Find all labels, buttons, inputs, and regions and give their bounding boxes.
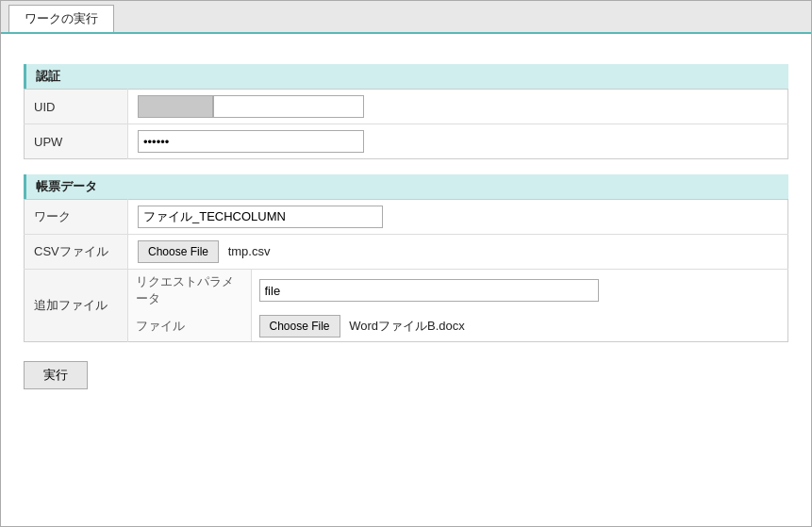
uid-input-container	[138, 95, 778, 118]
add-file-cell: リクエストパラメータ ファイル Choose File WordファイルB.do…	[128, 270, 788, 342]
param-sub-label: リクエストパラメータ	[128, 270, 251, 311]
work-label: ワーク	[25, 200, 128, 235]
auth-table: UID UPW	[24, 89, 788, 159]
add-file-row: 追加ファイル リクエストパラメータ ファイル Choose File	[25, 270, 788, 342]
uid-input[interactable]	[213, 95, 364, 118]
form-section-header: 帳票データ	[24, 174, 788, 199]
upw-input[interactable]	[138, 130, 364, 153]
csv-cell: Choose File tmp.csv	[128, 235, 788, 270]
work-row: ワーク	[25, 200, 788, 235]
uid-cell	[128, 90, 788, 124]
csv-choose-file-button[interactable]: Choose File	[138, 240, 219, 263]
auth-section-header: 認証	[24, 64, 788, 89]
file-cell: Choose File WordファイルB.docx	[251, 311, 787, 341]
add-file-name: WordファイルB.docx	[349, 319, 465, 333]
run-button[interactable]: 実行	[24, 361, 88, 389]
form-table: ワーク CSVファイル Choose File tmp.csv 追加ファイル	[24, 199, 788, 342]
uid-gray-block	[138, 95, 213, 118]
upw-row: UPW	[25, 124, 788, 159]
param-input[interactable]	[259, 279, 599, 302]
main-window: ワークの実行 認証 UID UPW 帳票データ	[0, 0, 812, 527]
uid-row: UID	[25, 90, 788, 124]
param-cell	[251, 270, 787, 311]
csv-label: CSVファイル	[25, 235, 128, 270]
content-area: 認証 UID UPW 帳票データ	[1, 34, 811, 404]
file-row: ファイル Choose File WordファイルB.docx	[128, 311, 787, 341]
add-file-nested-table: リクエストパラメータ ファイル Choose File WordファイルB.do…	[128, 270, 787, 341]
add-file-label: 追加ファイル	[25, 270, 128, 342]
work-input[interactable]	[138, 206, 383, 228]
param-row: リクエストパラメータ	[128, 270, 787, 311]
csv-file-name: tmp.csv	[228, 244, 271, 258]
tab-bar: ワークの実行	[1, 1, 811, 34]
file-sub-label: ファイル	[128, 311, 251, 341]
uid-label: UID	[25, 90, 128, 124]
work-cell	[128, 200, 788, 235]
csv-row: CSVファイル Choose File tmp.csv	[25, 235, 788, 270]
add-file-choose-file-button[interactable]: Choose File	[259, 315, 340, 338]
tab-work-execution[interactable]: ワークの実行	[8, 5, 114, 32]
upw-label: UPW	[25, 124, 128, 159]
upw-cell	[128, 124, 788, 159]
